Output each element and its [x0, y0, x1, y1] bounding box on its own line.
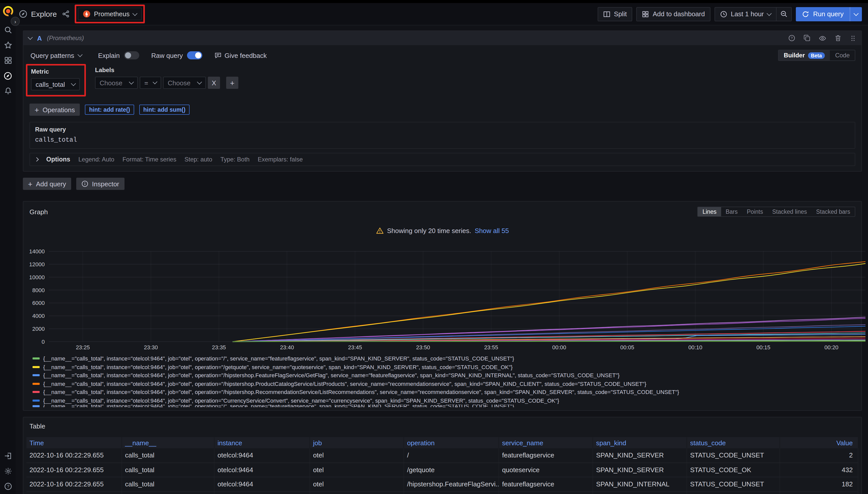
show-all-series-link[interactable]: Show all 55	[475, 227, 509, 234]
datasource-picker[interactable]: Prometheus	[78, 7, 142, 20]
legend-label: {__name__="calls_total", instance="otelc…	[43, 373, 619, 379]
zoom-out-time-button[interactable]	[776, 7, 791, 21]
option-legend: Legend: Auto	[78, 156, 114, 163]
legend-item[interactable]: {__name__="calls_total", instance="otelc…	[33, 354, 855, 363]
plus-icon: +	[35, 106, 39, 114]
column-header-instance[interactable]: instance	[215, 437, 310, 448]
label-operator-select[interactable]: =	[140, 77, 161, 89]
table-row: 2022-10-16 00:22:29.655calls_totalotelco…	[26, 463, 858, 477]
svg-text:00:15: 00:15	[757, 344, 771, 350]
legend-item[interactable]: {__name__="calls_total", instance="otelc…	[33, 363, 855, 371]
run-query-dropdown[interactable]	[850, 7, 862, 21]
column-header-operation[interactable]: operation	[404, 437, 499, 448]
table-cell: otelcol:9464	[215, 477, 310, 491]
table-cell: 2022-10-16 00:22:29.655	[26, 477, 122, 491]
series-darkgreen	[233, 341, 866, 342]
time-range-button[interactable]: Last 1 hour	[715, 7, 776, 21]
graph-mode-lines[interactable]: Lines	[698, 207, 721, 216]
table-cell: /	[404, 448, 499, 462]
legend-item[interactable]: {__name__="calls_total", instance="otelc…	[33, 371, 855, 380]
raw-query-label: Raw query	[35, 126, 850, 133]
share-icon[interactable]	[62, 10, 70, 18]
table-cell: quoteservice	[499, 463, 593, 477]
table-cell: 2022-10-16 00:22:29.655	[26, 492, 122, 494]
duplicate-query-icon[interactable]	[803, 35, 811, 42]
help-icon[interactable]: ?	[0, 479, 16, 494]
legend-item[interactable]: {__name__="calls_total", instance="otelc…	[33, 380, 855, 388]
sidebar-expand-button[interactable]: ›	[11, 17, 20, 26]
hide-query-eye-icon[interactable]	[819, 34, 826, 42]
explore-compass-icon[interactable]	[0, 68, 16, 83]
remove-label-filter-button[interactable]: X	[208, 77, 220, 89]
time-picker-group: Last 1 hour	[715, 7, 792, 21]
sign-in-icon[interactable]	[0, 448, 16, 463]
raw-query-toggle[interactable]	[187, 51, 202, 59]
metric-select[interactable]: calls_total	[31, 78, 80, 90]
tab-builder[interactable]: Builder Beta	[779, 50, 830, 60]
graph-mode-bars[interactable]: Bars	[721, 207, 742, 216]
column-header-service-name[interactable]: service_name	[499, 437, 593, 448]
query-row-actions: ?	[788, 34, 856, 42]
add-operation-button[interactable]: + Operations	[30, 103, 80, 116]
query-options-row[interactable]: Options Legend: Auto Format: Time series…	[30, 153, 855, 166]
column-header--name-[interactable]: __name__	[122, 437, 215, 448]
graph-mode-stacked-bars[interactable]: Stacked bars	[812, 207, 855, 216]
hint-add-sum-button[interactable]: hint: add sum()	[139, 104, 189, 115]
time-series-chart[interactable]: 0200040006000800010000120001400023:2523:…	[30, 248, 868, 353]
settings-gear-icon[interactable]	[0, 463, 16, 479]
svg-text:23:30: 23:30	[144, 344, 158, 350]
graph-mode-points[interactable]: Points	[742, 207, 767, 216]
column-header-value[interactable]: Value	[780, 437, 858, 448]
info-circle-icon	[81, 180, 88, 187]
series-limit-warning: Showing only 20 time series. Show all 55	[30, 227, 855, 234]
hint-add-rate-button[interactable]: hint: add rate()	[85, 104, 134, 115]
query-editor-toolbar: Query patterns Explain Raw query	[30, 49, 855, 61]
column-header-time[interactable]: Time	[26, 437, 122, 448]
comment-icon	[215, 52, 221, 59]
tab-code[interactable]: Code	[830, 50, 855, 60]
split-button[interactable]: Split	[598, 7, 632, 21]
legend-item[interactable]: {__name__="calls_total", instance="otelc…	[33, 396, 855, 405]
explain-toggle[interactable]	[124, 51, 139, 59]
legend-swatch	[33, 375, 40, 377]
query-patterns-dropdown[interactable]: Query patterns	[30, 52, 86, 59]
table-cell: 432	[780, 463, 858, 477]
inspector-button[interactable]: Inspector	[76, 178, 124, 190]
table-cell: otelcol:9464	[215, 448, 310, 462]
svg-text:23:55: 23:55	[484, 344, 498, 350]
alerting-bell-icon[interactable]	[0, 83, 16, 98]
add-query-button[interactable]: + Add query	[23, 178, 71, 190]
table-cell: otel	[310, 477, 404, 491]
column-header-status-code[interactable]: status_code	[687, 437, 780, 448]
grafana-logo[interactable]	[2, 5, 14, 17]
column-header-span-kind[interactable]: span_kind	[593, 437, 687, 448]
query-help-icon[interactable]: ?	[788, 35, 795, 42]
svg-text:00:00: 00:00	[552, 344, 566, 350]
explore-toolbar: Explore Prometheus Split	[16, 3, 868, 25]
legend-swatch	[33, 383, 40, 385]
graph-mode-stacked-lines[interactable]: Stacked lines	[767, 207, 812, 216]
svg-text:10000: 10000	[30, 274, 45, 281]
legend-item[interactable]: {__name__="calls_total", instance="otelc…	[33, 405, 855, 407]
options-label: Options	[46, 156, 70, 163]
add-label-filter-button[interactable]: +	[226, 77, 238, 89]
add-to-dashboard-button[interactable]: Add to dashboard	[636, 7, 710, 21]
label-key-select[interactable]: Choose	[95, 77, 138, 89]
dashboards-icon[interactable]	[0, 53, 16, 68]
run-query-button[interactable]: Run query	[796, 7, 862, 21]
query-row-header[interactable]: A (Prometheus) ?	[23, 31, 862, 45]
collapse-chevron-icon[interactable]	[28, 35, 33, 40]
explore-title-compass-icon	[19, 10, 28, 18]
starred-icon[interactable]	[0, 38, 16, 53]
plus-icon: +	[28, 179, 33, 188]
raw-query-toggle-group: Raw query	[151, 51, 202, 59]
column-header-job[interactable]: job	[310, 437, 404, 448]
label-value-select[interactable]: Choose	[163, 77, 206, 89]
legend-item[interactable]: {__name__="calls_total", instance="otelc…	[33, 388, 855, 396]
delete-query-trash-icon[interactable]	[834, 35, 842, 42]
give-feedback-link[interactable]: Give feedback	[215, 52, 267, 59]
table-row: 2022-10-16 00:22:29.655calls_totalotelco…	[26, 492, 858, 494]
metric-callout-box: Metric calls_total	[26, 64, 86, 96]
graph-mode-switcher: LinesBarsPointsStacked linesStacked bars	[698, 207, 855, 217]
drag-handle-icon[interactable]	[850, 35, 856, 41]
